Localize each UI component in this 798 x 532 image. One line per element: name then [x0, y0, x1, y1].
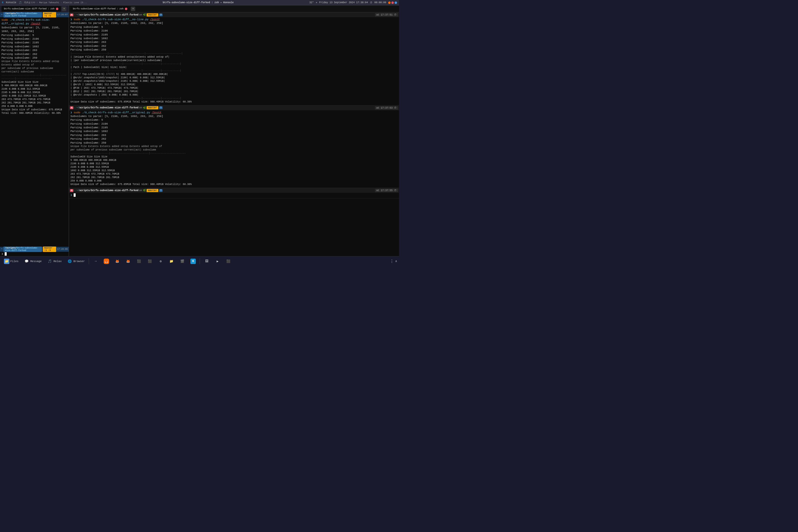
left-prompt-bar-2: ~ /scripts/btrfs-subvolume-size-diff-for…	[0, 247, 69, 252]
cmd-line-1: sudo ./0_check-btrfs-sub-size-diff__orig…	[1, 18, 67, 26]
dolphin-icon: 📁	[169, 259, 174, 264]
temp-display: 32°	[309, 1, 314, 4]
r2-p5: Parsing subvolume: 5	[71, 118, 398, 122]
right-tab-close[interactable]	[125, 8, 127, 10]
firefox-icon: 🦊	[115, 259, 120, 264]
browser-label: Browser	[73, 260, 85, 263]
right-tab-add[interactable]: +	[131, 7, 135, 11]
r2-p1692: Parsing subvolume: 1692	[71, 130, 398, 133]
taskbar-terminal[interactable]: ⬛	[134, 258, 144, 265]
right-time-2: at 17:37:53 ⏱	[375, 106, 398, 110]
files-label: Files	[10, 260, 18, 263]
a-icon-1: A	[70, 14, 73, 16]
taskbar-files[interactable]: 📁 Files	[2, 258, 20, 265]
prompt-branch-2: master !1 ↑5	[43, 247, 56, 252]
taskbar-apps-icon[interactable]: ⋮	[390, 259, 394, 264]
parse-262: Parsing subvolume: 262	[1, 53, 67, 56]
table-row-259: 259 0.00B 0.00B 0.00B	[1, 105, 67, 108]
kde-icon: K	[190, 259, 196, 264]
taskbar-firefox2[interactable]: 🦊	[124, 258, 133, 265]
r1-table-colh: | Path | SubvolumId| Size| Size| Size|	[71, 66, 398, 69]
r2-unique: Unique Data size of subvolumes: 675.85Mi…	[71, 183, 398, 186]
taskbar-term2[interactable]: ⬛	[145, 258, 154, 265]
left-terminal-content: sudo ./0_check-btrfs-sub-size-diff__orig…	[0, 17, 69, 247]
r1-row-262: | @D12 | 262| 201.70MiB| 201.70MiB| 201.…	[71, 90, 398, 93]
right-cmd-1: ❯ sudo ./2_check-btrfs-sub-size-diff__no…	[71, 18, 398, 21]
konsole-label: Konsole	[6, 1, 16, 4]
right-question-1: ?	[159, 14, 163, 16]
taskbar-settings[interactable]: ⚙	[156, 258, 165, 265]
right-time-1: at 17:37:51 ⏱	[375, 13, 398, 17]
tab-close-icon[interactable]	[56, 8, 58, 10]
prompt-time: 17:28:07	[57, 14, 68, 16]
taskbar-floorp[interactable]: 🦊	[102, 258, 111, 265]
taskbar-chevron[interactable]: ∧	[395, 259, 397, 263]
right-time-3: at 17:37:55 ⏱	[375, 189, 398, 192]
browser-icon: 🌐	[67, 259, 72, 264]
relax-label: Relax	[54, 260, 61, 263]
tab-add-button[interactable]: +	[62, 7, 66, 11]
right-prompt-3: A ⚡ ~/scripts/btrfs-subvolume-size-diff-…	[69, 188, 399, 193]
right-prompt-2: A ⚡ ~/scripts/btrfs-subvolume-size-diff-…	[69, 106, 399, 110]
arrow-icon: →	[93, 259, 98, 264]
left-panel: btrfs-subvolume-size-diff-forked : zsh +…	[0, 5, 69, 256]
right-content-1: ❯ sudo ./2_check-btrfs-sub-size-diff__no…	[69, 17, 399, 104]
right-panel: btrfs-subvolume-size-diff-forked : zsh +…	[69, 5, 399, 256]
prompt-time-2: 17:28:09	[57, 248, 68, 250]
parse-263: Parsing subvolume: 263	[1, 49, 67, 52]
right-panel-content[interactable]: A ⚡ ~/scripts/btrfs-subvolume-size-diff-…	[69, 12, 399, 256]
taskbar-dolphin[interactable]: 📁	[167, 258, 176, 265]
r2-p2196: Parsing subvolume: 2196	[71, 122, 398, 126]
r1-subvol: Subvolumes to parse: [5, 2196, 2195, 169…	[71, 21, 398, 25]
r1-p2196: Parsing subvolume: 2196	[71, 29, 398, 33]
r1-p259: Parsing subvolume: 259	[71, 48, 398, 52]
right-question-2: ?	[159, 107, 163, 109]
right-tab-label: btrfs-subvolume-size-diff-forked : zsh	[73, 8, 124, 10]
r2-subvol: Subvolumes to parse: [5, 2196, 2195, 169…	[71, 115, 398, 118]
left-tab-label: btrfs-subvolume-size-diff-forked : zsh	[4, 8, 54, 10]
parse-1692: Parsing subvolume: 1692	[1, 45, 67, 49]
table-col-headers: SubvolumId Size Size Size	[1, 80, 67, 84]
taskbar-arrow[interactable]: →	[91, 258, 100, 265]
r2-colh: SubvolumId Size Size Size	[71, 155, 398, 158]
parse-259: Parsing subvolume: 259	[1, 56, 67, 60]
a-icon-3: A	[70, 189, 73, 192]
left-tab-bar: btrfs-subvolume-size-diff-forked : zsh +	[0, 5, 69, 12]
r2-th1: Unique File Extents Extents added ontop …	[71, 145, 398, 148]
right-tab-active[interactable]: btrfs-subvolume-size-diff-forked : zsh	[71, 6, 130, 12]
files-icon: 📁	[4, 259, 10, 264]
taskbar-firefox[interactable]: 🦊	[113, 258, 122, 265]
taskbar-photos[interactable]: 🖼	[202, 258, 211, 265]
r1-p1692: Parsing subvolume: 1692	[71, 37, 398, 40]
r2-p2195: Parsing subvolume: 2195	[71, 126, 398, 130]
taskbar-kde[interactable]: K	[188, 258, 198, 265]
taskbar-relax[interactable]: 🎵 Relax	[45, 258, 63, 265]
left-tab-active[interactable]: btrfs-subvolume-size-diff-forked : zsh	[1, 6, 61, 12]
right-tab-bar: btrfs-subvolume-size-diff-forked : zsh +	[69, 5, 399, 12]
prompt-path-2: /scripts/btrfs-subvolume-size-diff-forke…	[3, 247, 42, 252]
taskbar-message[interactable]: 💬 Message	[22, 258, 43, 265]
r2-row-2195: 2195 0.00B 0.00B 312.55MiB	[71, 166, 398, 169]
taskbar: 📁 Files 💬 Message 🎵 Relax 🌐 Browser → 🦊 …	[0, 256, 399, 266]
parse-2196: Parsing subvolume: 2196	[1, 37, 67, 41]
table-divider-1: --------------------------|-------------…	[1, 74, 67, 80]
right-branch-3: master	[147, 189, 158, 192]
taskbar-konsole[interactable]: ⬛	[224, 258, 233, 265]
r1-p262: Parsing subvolume: 262	[71, 44, 398, 48]
r2-row-259: 259 0.00B 0.00B 0.00B	[71, 179, 398, 183]
music-icon: 🎵	[19, 1, 22, 4]
r1-p5: Parsing subvolume: 5	[71, 25, 398, 29]
r1-p263: Parsing subvolume: 263	[71, 40, 398, 44]
music-text: 竹内まりや - Mariya Takeuchi · Plastic Love (…	[24, 1, 87, 4]
taskbar-kdenlive[interactable]: 🎬	[177, 258, 187, 265]
table-row-262: 262 201.70MiB 201.70MiB 201.70MiB	[1, 101, 67, 105]
right-content-2: ❯ sudo ./0_check-btrfs-sub-size-diff__or…	[69, 110, 399, 187]
taskbar-media[interactable]: ▶	[213, 258, 222, 265]
top-bar-left: K Konsole 🎵 竹内まりや - Mariya Takeuchi · Pl…	[2, 1, 87, 4]
right-path-3: ~/scripts/btrfs-subvolume-size-diff-fork…	[76, 189, 138, 192]
taskbar-browser[interactable]: 🌐 Browser	[65, 258, 87, 265]
subvol-parse-line: Subvolumes to parse: [5, 2196, 2195, 169…	[1, 26, 67, 34]
kdenlive-icon: 🎬	[179, 259, 185, 264]
timer-value: 00:00:00	[374, 1, 386, 4]
table-row-2196: 2196 0.00B 0.00B 312.55MiB	[1, 88, 67, 91]
